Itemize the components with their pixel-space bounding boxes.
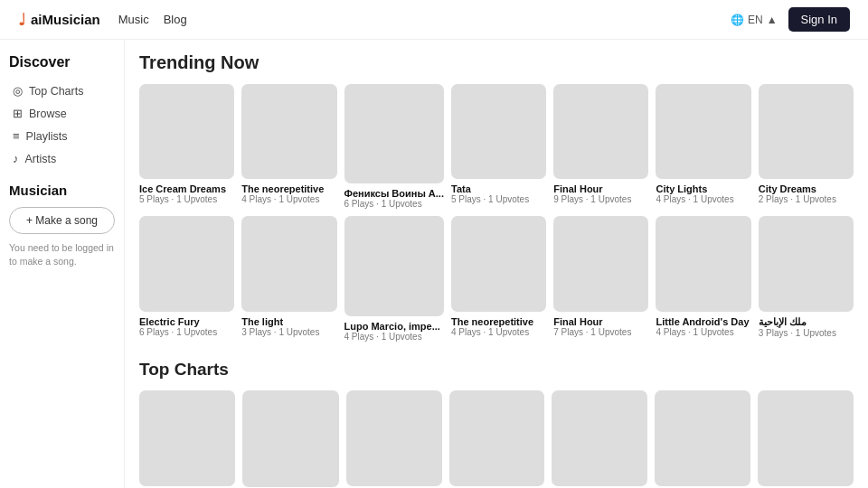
card-meta: 3 Plays · 1 Upvotes — [759, 328, 854, 338]
logo-text: aiMusician — [31, 12, 100, 27]
music-card[interactable]: Electric Fury 6 Plays · 1 Upvotes — [139, 216, 234, 341]
card-title: Lupo Marcio, impe... — [344, 321, 444, 332]
top-charts-grid: We don't pretend 20 Plays · 0 Upvotes On… — [139, 390, 854, 488]
music-card[interactable]: Tata 5 Plays · 1 Upvotes — [451, 84, 546, 209]
card-thumbnail — [242, 390, 339, 487]
top-charts-title: Top Charts — [139, 360, 854, 380]
card-thumbnail — [553, 216, 648, 311]
card-thumbnail — [344, 216, 444, 315]
card-title: ملك الإباحية — [759, 316, 854, 328]
card-thumbnail — [139, 216, 234, 311]
sidebar-item-top-charts[interactable]: ◎ Top Charts — [9, 80, 115, 102]
card-title: The neorepetitive — [241, 183, 336, 194]
musician-title: Musician — [9, 183, 115, 198]
music-card[interactable]: Final Hour 9 Plays · 1 Upvotes — [553, 84, 648, 209]
sidebar-item-label: Artists — [25, 153, 57, 165]
header: ♩ aiMusician Music Blog 🌐 EN ▲ Sign In — [0, 0, 868, 40]
card-thumbnail — [656, 216, 750, 311]
main-content: Trending Now Ice Cream Dreams 5 Plays · … — [125, 40, 868, 488]
music-card[interactable]: Hooba the haha 10 Plays · 1 Upvotes — [552, 390, 647, 488]
sidebar-item-label: Top Charts — [29, 85, 83, 98]
card-thumbnail — [344, 84, 444, 183]
card-meta: 9 Plays · 1 Upvotes — [553, 194, 648, 204]
card-thumbnail — [655, 390, 750, 486]
card-thumbnail — [346, 390, 442, 486]
sidebar: Discover ◎ Top Charts ⊞ Browse ≡ Playlis… — [0, 40, 125, 488]
card-title: Final Hour — [553, 183, 648, 194]
card-thumbnail — [656, 84, 750, 179]
globe-icon: 🌐 — [731, 14, 744, 26]
music-card[interactable]: Little Android's Day 4 Plays · 1 Upvotes — [656, 216, 750, 341]
music-card[interactable]: City Lights 4 Plays · 1 Upvotes — [656, 84, 750, 209]
music-card[interactable]: Final Hour 9 Plays · 1 Upvotes — [758, 390, 854, 488]
sidebar-item-artists[interactable]: ♪ Artists — [9, 147, 115, 170]
header-nav: Music Blog — [118, 13, 187, 26]
chevron-up-icon: ▲ — [767, 14, 778, 26]
artists-icon: ♪ — [13, 152, 19, 165]
sign-in-button[interactable]: Sign In — [788, 7, 850, 32]
music-card[interactable]: Blue Skies 12 Plays · 1 Upvotes — [449, 390, 545, 488]
card-title: Tata — [451, 183, 546, 194]
card-meta: 4 Plays · 1 Upvotes — [241, 194, 336, 204]
card-meta: 5 Plays · 1 Upvotes — [139, 194, 234, 204]
header-right: 🌐 EN ▲ Sign In — [731, 7, 850, 32]
card-meta: 5 Plays · 1 Upvotes — [451, 194, 546, 204]
card-thumbnail — [241, 84, 336, 179]
sidebar-item-playlists[interactable]: ≡ Playlists — [9, 125, 115, 147]
music-card[interactable]: The neorepetitive 4 Plays · 1 Upvotes — [241, 84, 336, 209]
sidebar-item-label: Playlists — [26, 130, 68, 143]
card-thumbnail — [139, 390, 235, 486]
card-title: Final Hour — [553, 316, 648, 327]
card-thumbnail — [759, 216, 854, 311]
card-meta: 6 Plays · 1 Upvotes — [139, 327, 234, 337]
music-card[interactable]: The neorepetitive 4 Plays · 1 Upvotes — [451, 216, 546, 341]
card-meta: 6 Plays · 1 Upvotes — [344, 199, 444, 209]
card-thumbnail — [451, 216, 546, 311]
card-thumbnail — [758, 390, 854, 486]
card-title: Electric Fury — [139, 316, 234, 327]
music-card[interactable]: Friend Like Me 12 Plays · 0 Upvotes — [346, 390, 442, 488]
logo-icon: ♩ — [18, 10, 25, 30]
music-card[interactable]: One is Silver - One... 17 Plays · 0 Upvo… — [242, 390, 339, 488]
card-thumbnail — [759, 84, 854, 179]
lang-text: EN — [748, 14, 763, 26]
sidebar-item-label: Browse — [29, 108, 67, 120]
music-card[interactable]: Final Hour 7 Plays · 1 Upvotes — [553, 216, 648, 341]
card-thumbnail — [553, 84, 648, 179]
browse-icon: ⊞ — [13, 107, 23, 120]
nav-music[interactable]: Music — [118, 13, 149, 26]
card-meta: 7 Plays · 1 Upvotes — [553, 327, 648, 337]
top-charts-icon: ◎ — [13, 84, 23, 98]
music-card[interactable]: We don't pretend 20 Plays · 0 Upvotes — [139, 390, 235, 488]
card-meta: 3 Plays · 1 Upvotes — [241, 327, 336, 337]
music-card[interactable]: ملك الإباحية 3 Plays · 1 Upvotes — [759, 216, 854, 341]
layout: Discover ◎ Top Charts ⊞ Browse ≡ Playlis… — [0, 40, 868, 488]
make-song-button[interactable]: + Make a song — [9, 207, 115, 234]
card-meta: 4 Plays · 1 Upvotes — [451, 327, 546, 337]
music-card[interactable]: Hasta nunca 10 Plays · 1 Upvotes — [655, 390, 750, 488]
music-card[interactable]: Ice Cream Dreams 5 Plays · 1 Upvotes — [139, 84, 234, 209]
card-thumbnail — [449, 390, 545, 486]
sidebar-item-browse[interactable]: ⊞ Browse — [9, 102, 115, 125]
trending-title: Trending Now — [139, 52, 854, 73]
music-card[interactable]: City Dreams 2 Plays · 1 Upvotes — [759, 84, 854, 209]
card-meta: 4 Plays · 1 Upvotes — [656, 327, 750, 337]
music-card[interactable]: Lupo Marcio, impe... 4 Plays · 1 Upvotes — [344, 216, 444, 341]
card-title: Ice Cream Dreams — [139, 183, 234, 194]
card-meta: 4 Plays · 1 Upvotes — [344, 332, 444, 342]
card-meta: 2 Plays · 1 Upvotes — [759, 194, 854, 204]
card-title: The light — [241, 316, 336, 327]
music-card[interactable]: Фениксы Воины А... 6 Plays · 1 Upvotes — [344, 84, 444, 209]
card-meta: 4 Plays · 1 Upvotes — [656, 194, 750, 204]
language-selector[interactable]: 🌐 EN ▲ — [731, 14, 778, 26]
card-title: City Dreams — [759, 183, 854, 194]
card-title: Little Android's Day — [656, 316, 750, 327]
nav-blog[interactable]: Blog — [164, 13, 187, 26]
card-title: The neorepetitive — [451, 316, 546, 327]
card-thumbnail — [552, 390, 647, 486]
music-card[interactable]: The light 3 Plays · 1 Upvotes — [241, 216, 336, 341]
logo: ♩ aiMusician — [18, 10, 100, 30]
card-thumbnail — [241, 216, 336, 311]
discover-title: Discover — [9, 54, 115, 70]
trending-grid: Ice Cream Dreams 5 Plays · 1 Upvotes The… — [139, 84, 854, 342]
